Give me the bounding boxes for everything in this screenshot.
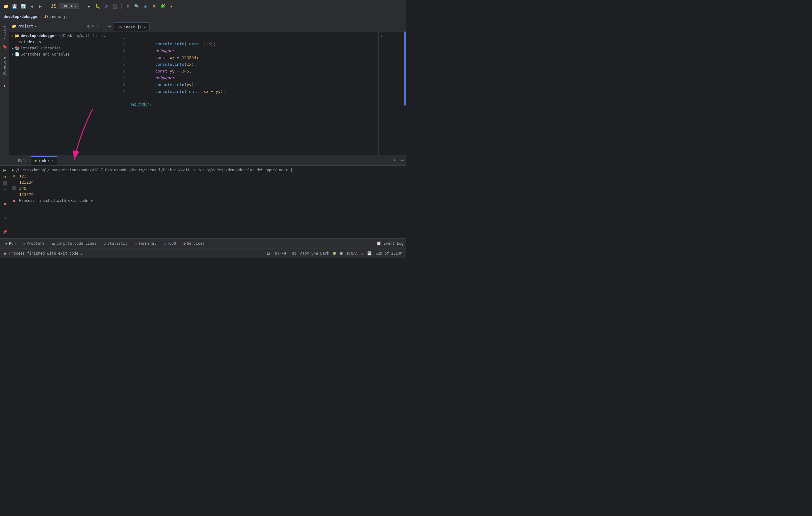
more-icon[interactable]: ⋮ — [101, 23, 107, 29]
todo-tool-item[interactable]: ☑ TODO — [161, 240, 179, 247]
separator — [47, 3, 47, 9]
tab-indexjs[interactable]: JS index.js ✕ — [114, 23, 150, 31]
extensions-icon[interactable]: 🧩 — [159, 3, 166, 9]
restart-icon[interactable]: + — [4, 187, 6, 192]
back-icon[interactable]: ◀ — [28, 3, 35, 9]
run-tool-label: Run — [9, 241, 16, 246]
compute-tool-item[interactable]: ☰ Compute Code Lines — [49, 240, 100, 247]
folder-icon[interactable]: 📁 — [2, 3, 9, 9]
line-num-1: 1 — [114, 34, 125, 41]
tree-external-libraries[interactable]: ▶ 📚 External Libraries — [9, 45, 114, 51]
editor-area: JS index.js ✕ 1 2 3 4 5 6 7 8 9 con — [114, 21, 406, 155]
event-log-area: 🔲 Event Log — [376, 241, 404, 246]
bottom-tab-index[interactable]: ◉ index ✕ — [31, 156, 57, 165]
settings-icon[interactable]: ⚙ — [125, 3, 132, 9]
coverage-icon[interactable]: ◎ — [103, 3, 110, 9]
status-memory[interactable]: ø/N/A — [346, 251, 357, 256]
save-icon[interactable]: 💾 — [11, 3, 18, 9]
bookmark-icon[interactable]: 🔖 — [2, 44, 7, 49]
breadcrumb-file[interactable]: index.js — [50, 15, 67, 19]
terminal-tool-item[interactable]: ✕ Terminal — [132, 240, 159, 247]
output-line-2: 123234 — [9, 179, 406, 185]
problems-icon: ⚠ — [23, 241, 25, 246]
terminal-label: Terminal — [139, 241, 156, 246]
status-tab[interactable]: Tab — [290, 251, 296, 256]
code-content[interactable]: console.info( data: 123); debugger const… — [128, 31, 378, 155]
tree-root-item[interactable]: ▾ 📂 develop-debugger ~/Desktop/wait_to_.… — [9, 33, 114, 39]
tree-file-label: index.js — [23, 40, 41, 44]
minimap: ✓ — [378, 31, 406, 155]
minimize-bottom-icon[interactable]: — — [401, 158, 404, 163]
run-tool-item[interactable]: ▶ Run — [2, 240, 19, 247]
status-encoding[interactable]: UTF-8 — [275, 251, 286, 256]
bottom-panel: Run: ◉ index ✕ ⋮ — ▶ ⚙ ⬛ + ■ ⊞ 📌 ▶ /User… — [0, 155, 406, 238]
breadcrumb-project[interactable]: develop-debugger — [4, 15, 39, 19]
structure-panel-label[interactable]: Structure — [2, 55, 6, 77]
line-num-8: 8 — [114, 82, 125, 88]
code-line-1: console.info( data: 123); — [131, 34, 378, 41]
code-editor: 1 2 3 4 5 6 7 8 9 console.info( data: 12… — [114, 31, 406, 155]
tab-close-button[interactable]: ✕ — [143, 25, 146, 29]
problems-tool-item[interactable]: ⚠ Problems — [20, 240, 48, 247]
tree-file-indexjs[interactable]: JS index.js — [9, 39, 114, 45]
output-line-4: 123579 — [9, 191, 406, 198]
output-value-1: 123 — [19, 174, 26, 178]
green-dot-icon — [333, 252, 336, 255]
locate-icon[interactable]: ◎ — [87, 23, 90, 29]
statistic-label: Statistic — [107, 241, 127, 246]
line-num-5: 5 — [114, 61, 125, 68]
compute-icon: ☰ — [52, 241, 55, 246]
folder-tree-icon: 📁 — [12, 24, 16, 28]
status-theme[interactable]: Atom One Dark — [300, 251, 329, 256]
debug-icon[interactable]: 🐛 — [94, 3, 101, 9]
pin-icon[interactable]: 📌 — [2, 230, 7, 234]
grid-icon[interactable]: ⊞ — [150, 3, 157, 9]
bottom-tab-close[interactable]: ✕ — [52, 159, 54, 163]
tree-scratches[interactable]: ▶ 📄 Scratches and Consoles — [9, 51, 114, 57]
expand-icon[interactable]: ⊞ — [92, 23, 95, 29]
minimize-icon[interactable]: — — [108, 23, 111, 29]
statistic-tool-item[interactable]: ◷ Statistic — [101, 240, 130, 247]
collapse-icon[interactable]: ⊟ — [96, 23, 100, 29]
bookmarks-icon[interactable]: ★ — [3, 83, 5, 88]
terminal-icon: ✕ — [135, 241, 137, 246]
compute-label: Compute Code Lines — [56, 241, 96, 246]
tab-js-icon: JS — [118, 25, 122, 29]
inspect-icon[interactable]: ◉ — [142, 3, 149, 9]
toolbar: 📁 💾 🔄 ◀ ▶ JS INDEX ▾ ▶ 🐛 ◎ ⬛ ⚙ 🔍 ◉ ⊞ 🧩 ✦ — [0, 0, 406, 12]
run-config-dropdown[interactable]: INDEX ▾ — [59, 3, 79, 9]
status-lf[interactable]: LF — [267, 251, 271, 256]
code-annotation: 输出控制台 — [131, 101, 378, 108]
error-icon[interactable]: ■ — [4, 202, 6, 206]
run-tool-icon: ▶ — [5, 241, 8, 246]
output-value-2: 123234 — [19, 180, 34, 184]
file-tree-title: 📁 Project ▾ — [12, 24, 37, 28]
services-tool-item[interactable]: ⚙ Services — [180, 240, 208, 247]
project-panel-label[interactable]: Project — [2, 24, 6, 41]
search-icon[interactable]: 🔍 — [133, 3, 140, 9]
run-icon[interactable]: ▶ — [85, 3, 92, 9]
bottom-side-icons: ▶ ⚙ ⬛ + ■ ⊞ 📌 — [2, 168, 7, 234]
star-toolbar-icon[interactable]: ✦ — [168, 3, 175, 9]
event-log-label[interactable]: Event Log — [383, 241, 404, 246]
forward-icon[interactable]: ▶ — [37, 3, 44, 9]
stop-icon[interactable]: ⬛ — [111, 3, 118, 9]
todo-label: TODO — [167, 241, 176, 246]
scrollbar-thumb[interactable] — [404, 31, 406, 106]
scrollbar-track[interactable] — [404, 31, 406, 155]
line-num-2: 2 — [114, 41, 125, 48]
output-value-3: 345 — [19, 186, 26, 191]
settings-bottom-icon[interactable]: ⚙ — [3, 174, 6, 179]
breadcrumb-icon: JS — [44, 15, 49, 19]
output-line-3: ⬛ 345 — [9, 185, 406, 191]
run-play-icon[interactable]: ▶ — [3, 168, 6, 173]
check-icon: ✓ — [380, 33, 383, 38]
grid-bottom-icon[interactable]: ⊞ — [4, 216, 6, 220]
editor-tabs: JS index.js ✕ — [114, 21, 406, 31]
more-actions-icon[interactable]: ⋮ — [393, 158, 397, 163]
chevron-down-icon[interactable]: ▾ — [34, 24, 37, 28]
stop-bottom-icon[interactable]: ⬛ — [2, 181, 7, 185]
bottom-content: ▶ /Users/zhenggl/.nvm/versions/node/v18.… — [0, 166, 406, 238]
refresh-icon[interactable]: 🔄 — [20, 3, 27, 9]
status-position[interactable]: 629 of 2014M — [375, 251, 402, 256]
